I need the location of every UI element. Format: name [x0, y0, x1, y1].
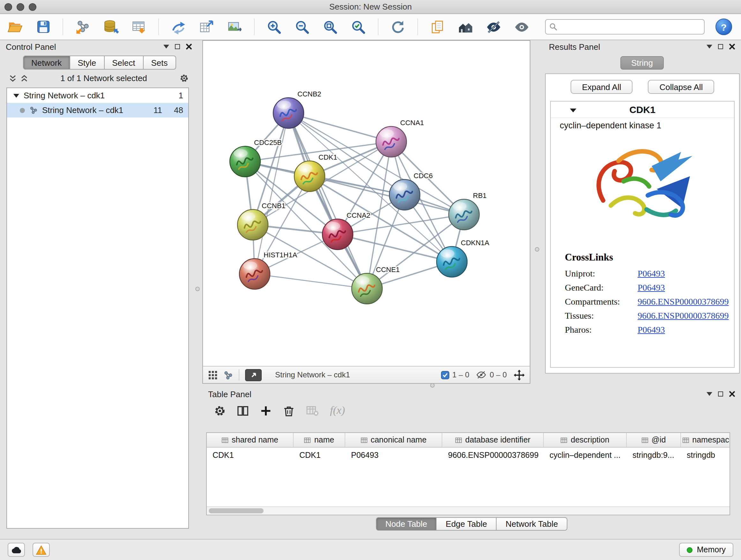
table-row[interactable]: CDK1 CDK1 P06493 9606.ENSP00000378699 cy…: [207, 448, 730, 462]
collapse-all-icon[interactable]: [20, 74, 28, 82]
export-image-button[interactable]: [226, 18, 243, 36]
selected-nodes-checkbox[interactable]: [441, 371, 449, 379]
zoom-fit-button[interactable]: [322, 18, 339, 36]
open-session-button[interactable]: [6, 18, 23, 36]
uniprot-link[interactable]: P06493: [637, 267, 665, 281]
help-button[interactable]: ?: [716, 18, 732, 35]
hidden-eye-slash-icon[interactable]: [476, 370, 487, 380]
birdseye-view-button[interactable]: [245, 369, 262, 381]
network-edge[interactable]: [288, 113, 367, 289]
column-header-shared-name[interactable]: shared name: [207, 433, 293, 447]
cell-canonical-name[interactable]: P06493: [345, 448, 442, 462]
close-panel-icon[interactable]: [186, 44, 192, 50]
tab-node-table[interactable]: Node Table: [376, 517, 436, 531]
network-row[interactable]: String Network – cdk1 11 48: [7, 103, 188, 118]
float-panel-icon[interactable]: [718, 44, 723, 49]
disclosure-arrow-icon[interactable]: [570, 108, 576, 112]
network-node-CDC6[interactable]: CDC6: [389, 172, 433, 210]
tab-string[interactable]: String: [620, 56, 664, 70]
column-header-namespace[interactable]: namespac: [681, 433, 730, 447]
new-network-from-selection-button[interactable]: [198, 18, 215, 36]
float-panel-icon[interactable]: [175, 44, 180, 49]
tab-style[interactable]: Style: [70, 56, 105, 70]
import-table-button[interactable]: [130, 18, 147, 36]
horizontal-scrollbar[interactable]: [207, 506, 730, 515]
network-edge[interactable]: [255, 113, 288, 274]
node-label-CDK1: CDK1: [319, 153, 337, 161]
disclosure-arrow-icon[interactable]: [13, 93, 19, 98]
column-header-canonical-name[interactable]: canonical name: [345, 433, 442, 447]
cell-database-identifier[interactable]: 9606.ENSP00000378699: [442, 448, 544, 462]
tab-select[interactable]: Select: [105, 56, 143, 70]
network-node-CCNB1[interactable]: CCNB1: [238, 202, 286, 240]
show-columns-icon[interactable]: [237, 405, 249, 417]
close-panel-icon[interactable]: [729, 391, 735, 397]
zoom-in-button[interactable]: [266, 18, 283, 36]
cloud-status-button[interactable]: [8, 543, 25, 557]
cell-id[interactable]: stringdb:9...: [627, 448, 681, 462]
network-view[interactable]: CCNB2CCNA1CDC25BCDK1CDC6RB1CCNB1CCNA2CDK…: [202, 40, 530, 384]
network-node-CDKN1A[interactable]: CDKN1A: [436, 239, 489, 277]
tissues-link[interactable]: 9606.ENSP00000378699: [637, 309, 729, 323]
import-database-button[interactable]: [102, 18, 119, 36]
network-node-CCNB2[interactable]: CCNB2: [273, 90, 321, 128]
import-network-button[interactable]: [74, 18, 91, 36]
network-canvas[interactable]: CCNB2CCNA1CDC25BCDK1CDC6RB1CCNB1CCNA2CDK…: [203, 41, 530, 366]
network-node-RB1[interactable]: RB1: [449, 192, 487, 230]
save-session-button[interactable]: [35, 18, 52, 36]
cell-description[interactable]: cyclin–dependent ...: [544, 448, 627, 462]
compartments-link[interactable]: 9606.ENSP00000378699: [637, 295, 729, 309]
network-share-icon[interactable]: [223, 370, 233, 380]
warnings-button[interactable]: [32, 543, 50, 557]
scrollbar-thumb[interactable]: [209, 508, 264, 513]
splitter-handle[interactable]: [430, 383, 434, 388]
add-column-icon[interactable]: [260, 405, 272, 417]
apply-layout-button[interactable]: [389, 18, 407, 36]
pharos-link[interactable]: P06493: [637, 323, 665, 337]
tab-edge-table[interactable]: Edge Table: [437, 517, 497, 531]
results-panel: Results Panel String Expand All Collapse…: [543, 40, 741, 384]
cell-namespace[interactable]: stringdb: [681, 448, 730, 462]
hide-selected-button[interactable]: [485, 18, 502, 36]
protein-section-header[interactable]: CDK1: [551, 102, 734, 118]
zoom-selected-button[interactable]: [350, 18, 367, 36]
string-network-icon: [29, 106, 38, 114]
gear-icon[interactable]: [179, 73, 189, 83]
tab-network[interactable]: Network: [23, 56, 70, 70]
table-settings-gear-icon[interactable]: [214, 405, 226, 417]
cell-name[interactable]: CDK1: [293, 448, 345, 462]
memory-button[interactable]: Memory: [679, 543, 733, 557]
splitter-handle[interactable]: [195, 287, 200, 291]
network-node-CCNA1[interactable]: CCNA1: [376, 119, 424, 157]
panel-menu-icon[interactable]: [163, 45, 169, 49]
grid-view-icon[interactable]: [208, 370, 218, 380]
column-header-name[interactable]: name: [293, 433, 345, 447]
show-panels-button[interactable]: [457, 18, 474, 36]
cell-shared-name[interactable]: CDK1: [207, 448, 293, 462]
show-hidden-button[interactable]: [513, 18, 530, 36]
network-node-CDK1[interactable]: CDK1: [294, 153, 337, 192]
column-header-database-identifier[interactable]: database identifier: [442, 433, 544, 447]
tab-network-table[interactable]: Network Table: [496, 517, 567, 531]
network-collection-row[interactable]: String Network – cdk1 1: [7, 88, 188, 103]
search-input[interactable]: [545, 19, 704, 35]
float-panel-icon[interactable]: [718, 391, 723, 396]
zoom-out-button[interactable]: [293, 18, 311, 36]
network-node-HIST1H1A[interactable]: HIST1H1A: [239, 251, 297, 289]
close-panel-icon[interactable]: [729, 44, 735, 50]
clone-network-button[interactable]: [170, 18, 187, 36]
copy-document-button[interactable]: [429, 18, 446, 36]
collapse-all-button[interactable]: Collapse All: [648, 80, 715, 94]
genecard-link[interactable]: P06493: [637, 281, 665, 295]
network-edge[interactable]: [255, 274, 367, 289]
tab-sets[interactable]: Sets: [143, 56, 176, 70]
panel-menu-icon[interactable]: [706, 45, 712, 49]
panel-menu-icon[interactable]: [706, 392, 712, 396]
expand-all-icon[interactable]: [9, 74, 17, 82]
column-header-id[interactable]: @id: [627, 433, 681, 447]
column-header-description[interactable]: description: [544, 433, 627, 447]
delete-column-icon[interactable]: [283, 405, 295, 417]
splitter-handle[interactable]: [535, 247, 539, 252]
move-crosshair-icon[interactable]: [514, 369, 525, 380]
expand-all-button[interactable]: Expand All: [570, 80, 633, 94]
